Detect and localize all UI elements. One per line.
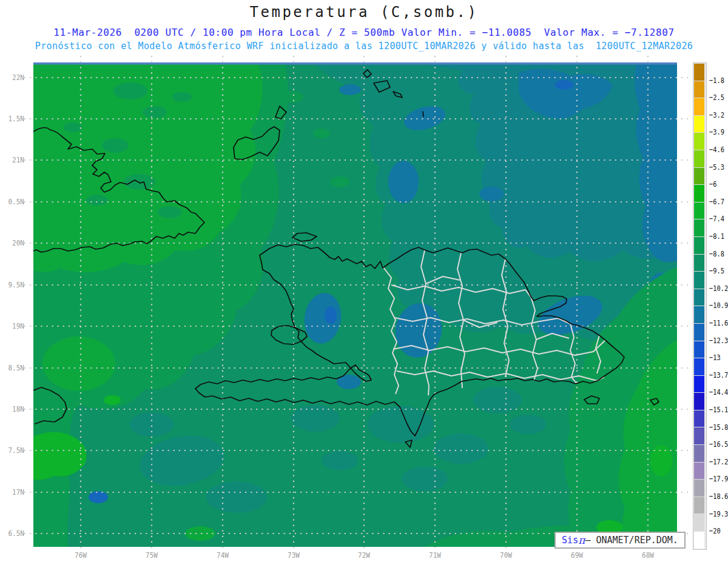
pi-symbol: π: [578, 534, 585, 546]
colorbar-cell: [694, 255, 704, 272]
colorbar-tick-label: −9.5: [709, 266, 724, 275]
colorbar-cell: [694, 497, 704, 515]
sispi-logo: Sis: [562, 535, 578, 546]
colorbar-tick-label: −17.2: [709, 457, 728, 466]
colorbar-tick-label: −10.9: [709, 301, 728, 310]
lon-tick-label: 75W: [140, 550, 163, 560]
colorbar-tick-label: −18.6: [709, 492, 728, 501]
colorbar-tick-label: −12.3: [709, 336, 728, 345]
lat-tick-label: 6.5N: [4, 529, 24, 538]
colorbar-tick-label: −13: [709, 353, 721, 362]
colorbar-cell: [694, 514, 704, 532]
colorbar-tick-label: −15.8: [709, 423, 728, 432]
colorbar-tick-label: −3.9: [709, 127, 724, 136]
lat-tick-label: 21N: [4, 155, 24, 164]
colorbar-cell: [694, 81, 704, 99]
colorbar-tick-label: −20: [709, 526, 721, 535]
colorbar-cell: [694, 393, 704, 410]
lon-tick-label: 70W: [494, 550, 517, 560]
lon-tick-label: 69W: [565, 550, 588, 560]
lat-tick-label: 0.5N: [4, 197, 24, 206]
colorbar-cell: [694, 480, 704, 497]
colorbar-tick-label: −8.1: [709, 232, 724, 241]
colorbar-cell: [694, 410, 704, 428]
lat-tick-label: 1.5N: [4, 114, 24, 123]
colorbar-cell: [694, 358, 704, 376]
colorbar-cell: [694, 532, 704, 549]
colorbar-tick-label: −8.8: [709, 249, 724, 258]
lat-tick-label: 22N: [4, 73, 24, 82]
colorbar-cell: [694, 463, 704, 480]
colorbar-cell: [694, 202, 704, 220]
lat-tick-label: 7.5N: [4, 446, 24, 455]
colorbar-cell: [694, 98, 704, 116]
lon-tick-label: 76W: [69, 550, 92, 560]
colorbar-tick-label: −19.3: [709, 509, 728, 518]
colorbar-tick-label: −14.4: [709, 387, 728, 396]
colorbar-cell: [694, 185, 704, 202]
lon-tick-label: 72W: [352, 550, 375, 560]
colorbar-cell: [694, 133, 704, 150]
lat-tick-label: 8.5N: [4, 363, 24, 372]
colorbar-tick-label: −6: [709, 179, 717, 189]
colorbar-tick-label: −11.6: [709, 318, 728, 327]
lat-tick-label: 17N: [4, 487, 24, 497]
colorbar-tick-label: −2.5: [709, 93, 724, 102]
lat-tick-label: 19N: [4, 321, 24, 330]
forecast-map: [0, 0, 728, 562]
colorbar-cell: [694, 150, 704, 168]
colorbar-cell: [694, 376, 704, 393]
colorbar-cell: [694, 427, 704, 445]
lat-tick-label: 20N: [4, 238, 24, 247]
colorbar-tick-label: −13.7: [709, 370, 728, 380]
weather-map-page: Temperatura (C,somb.) 11-Mar-2026 0200 U…: [0, 0, 728, 562]
colorbar-cell: [694, 64, 704, 81]
colorbar-tick-label: −16.5: [709, 440, 728, 449]
colorbar-cell: [694, 341, 704, 359]
colorbar-tick-label: −17.9: [709, 474, 728, 483]
attribution-box: Sisπ– ONAMET/REP.DOM.: [554, 532, 686, 549]
colorbar-tick-label: −5.3: [709, 162, 724, 172]
colorbar-cell: [694, 324, 704, 341]
temperature-field: [33, 62, 677, 547]
colorbar-cell: [694, 168, 704, 186]
colorbar-tick-label: −6.7: [709, 197, 724, 206]
colorbar-cell: [694, 272, 704, 289]
attribution-text: – ONAMET/REP.DOM.: [585, 535, 678, 546]
lat-tick-label: 18N: [4, 404, 24, 413]
colorbar-tick-label: −3.2: [709, 110, 724, 119]
colorbar-cell: [694, 237, 704, 255]
colorbar-tick-label: −1.8: [709, 76, 724, 85]
colorbar-tick-label: −10.2: [709, 284, 728, 293]
colorbar-tick-label: −4.6: [709, 145, 724, 154]
lon-tick-label: 68W: [636, 550, 659, 560]
lon-tick-label: 71W: [423, 550, 446, 560]
colorbar-cell: [694, 116, 704, 133]
colorbar-cell: [694, 219, 704, 237]
lat-tick-label: 9.5N: [4, 280, 24, 289]
colorbar: [693, 62, 707, 550]
colorbar-cell: [694, 289, 704, 307]
colorbar-cell: [694, 445, 704, 463]
colorbar-tick-label: −7.4: [709, 214, 724, 223]
colorbar-cell: [694, 306, 704, 324]
colorbar-tick-label: −15.1: [709, 405, 728, 414]
lon-tick-label: 74W: [211, 550, 234, 560]
lon-tick-label: 73W: [282, 550, 305, 560]
